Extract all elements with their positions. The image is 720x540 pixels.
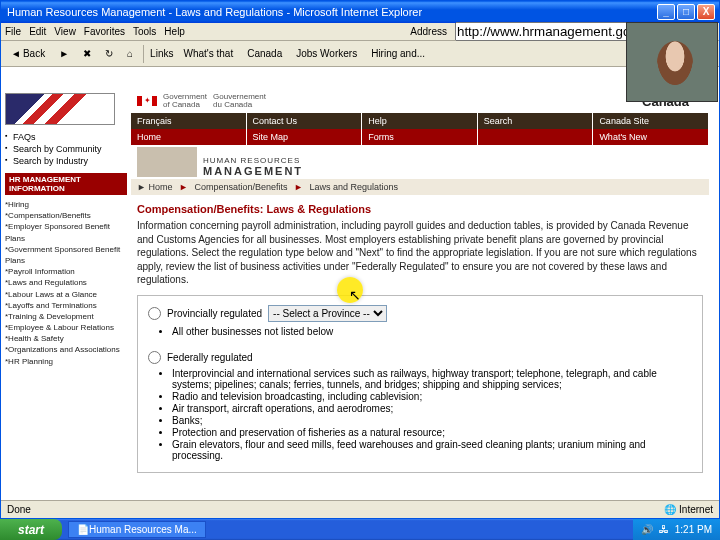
intro-text: Information concerning payroll administr… (131, 219, 709, 287)
forward-button[interactable]: ► (55, 47, 73, 60)
sidebar-item[interactable]: Search by Industry (5, 155, 127, 167)
sidebar-link[interactable]: *Organizations and Associations (5, 344, 127, 355)
links-label: Links (150, 48, 173, 59)
tray-icon[interactable]: 🔊 (641, 524, 653, 535)
topnav-item[interactable]: Forms (362, 129, 478, 145)
sidebar-header: HR MANAGEMENT INFORMATION (5, 173, 127, 195)
sidebar-link[interactable]: *HR Planning (5, 356, 127, 367)
topnav-item[interactable]: Contact Us (247, 113, 363, 129)
breadcrumb: ► Home ► Compensation/Benefits ► Laws an… (131, 179, 709, 195)
menu-favorites[interactable]: Favorites (84, 26, 125, 37)
federal-list-item: Grain elevators, flour and seed mills, f… (172, 439, 692, 461)
provincial-sub: All other businesses not listed below (172, 326, 692, 337)
status-bar: Done 🌐 Internet (1, 500, 719, 518)
top-nav-dark: FrançaisContact UsHelpSearchCanada Site (131, 113, 709, 129)
sidebar-link[interactable]: *Labour Laws at a Glance (5, 289, 127, 300)
province-select[interactable]: -- Select a Province -- (268, 305, 387, 322)
sidebar-link[interactable]: *Compensation/Benefits (5, 210, 127, 221)
link-whatsthat[interactable]: What's that (179, 47, 237, 60)
maximize-button[interactable]: □ (677, 4, 695, 20)
top-nav-red: HomeSite MapFormsWhat's New (131, 129, 709, 145)
topnav-item[interactable]: Site Map (247, 129, 363, 145)
sidebar-link[interactable]: *Training & Development (5, 311, 127, 322)
label-provincial: Provincially regulated (167, 308, 262, 319)
sidebar-link[interactable]: *Layoffs and Terminations (5, 300, 127, 311)
status-right: 🌐 Internet (664, 504, 713, 515)
options-box: Provincially regulated -- Select a Provi… (137, 295, 703, 473)
crumb-laws[interactable]: Laws and Regulations (309, 182, 398, 192)
federal-list-item: Air transport, aircraft operations, and … (172, 403, 692, 414)
system-tray[interactable]: 🔊 🖧 1:21 PM (633, 519, 720, 540)
banner: HUMAN RESOURCESMANAGEMENT (131, 145, 709, 179)
menu-edit[interactable]: Edit (29, 26, 46, 37)
sidebar-link[interactable]: *Government Sponsored Benefit Plans (5, 244, 127, 266)
federal-list-item: Banks; (172, 415, 692, 426)
sidebar-link[interactable]: *Employer Sponsored Benefit Plans (5, 221, 127, 243)
stop-button[interactable]: ✖ (79, 47, 95, 60)
menu-view[interactable]: View (54, 26, 76, 37)
window-title: Human Resources Management - Laws and Re… (5, 6, 655, 18)
browser-toolbar: ◄ Back ► ✖ ↻ ⌂ Links What's that Canada … (1, 41, 719, 67)
status-left: Done (7, 504, 31, 515)
crumb-home[interactable]: Home (148, 182, 172, 192)
address-label: Address (410, 26, 447, 37)
menu-help[interactable]: Help (164, 26, 185, 37)
gov-text-en: Government of Canada (163, 93, 207, 109)
taskbar-item[interactable]: 📄 Human Resources Ma... (68, 521, 206, 538)
gov-header: Government of Canada Gouvernement du Can… (131, 89, 709, 113)
page-title: Compensation/Benefits: Laws & Regulation… (131, 195, 709, 219)
taskbar: start 📄 Human Resources Ma... 🔊 🖧 1:21 P… (0, 519, 720, 540)
sidebar-link[interactable]: *Hiring (5, 199, 127, 210)
home-button[interactable]: ⌂ (123, 47, 137, 60)
federal-list-item: Interprovincial and international servic… (172, 368, 692, 390)
clock: 1:21 PM (675, 524, 712, 535)
menu-file[interactable]: File (5, 26, 21, 37)
sidebar-link[interactable]: *Employee & Labour Relations (5, 322, 127, 333)
topnav-item[interactable]: What's New (593, 129, 709, 145)
link-hiring[interactable]: Hiring and... (367, 47, 429, 60)
sidebar-link[interactable]: *Health & Safety (5, 333, 127, 344)
minimize-button[interactable]: _ (657, 4, 675, 20)
menu-tools[interactable]: Tools (133, 26, 156, 37)
link-jobs[interactable]: Jobs Workers (292, 47, 361, 60)
federal-list-item: Radio and television broadcasting, inclu… (172, 391, 692, 402)
topnav-item[interactable]: Search (478, 113, 594, 129)
flag-image (5, 93, 115, 125)
refresh-button[interactable]: ↻ (101, 47, 117, 60)
topnav-item[interactable]: Canada Site (593, 113, 709, 129)
back-button[interactable]: ◄ Back (7, 47, 49, 60)
topnav-item[interactable]: Home (131, 129, 247, 145)
menu-bar: File Edit View Favorites Tools Help Addr… (1, 23, 719, 41)
canada-flag-icon (137, 96, 157, 106)
gov-text-fr: Gouvernement du Canada (213, 93, 266, 109)
sidebar-item[interactable]: Search by Community (5, 143, 127, 155)
tray-icon[interactable]: 🖧 (659, 524, 669, 535)
sidebar-link[interactable]: *Laws and Regulations (5, 277, 127, 288)
radio-provincial[interactable] (148, 307, 161, 320)
close-button[interactable]: X (697, 4, 715, 20)
topnav-item[interactable] (478, 129, 594, 145)
banner-image (137, 147, 197, 177)
sidebar-item[interactable]: FAQs (5, 131, 127, 143)
crumb-comp[interactable]: Compensation/Benefits (194, 182, 287, 192)
webcam-overlay (626, 22, 718, 102)
window-titlebar: Human Resources Management - Laws and Re… (1, 1, 719, 23)
sidebar-link[interactable]: *Payroll Information (5, 266, 127, 277)
start-button[interactable]: start (0, 519, 62, 540)
left-sidebar: FAQsSearch by CommunitySearch by Industr… (1, 89, 131, 500)
page-content: FAQsSearch by CommunitySearch by Industr… (1, 89, 719, 500)
federal-list-item: Protection and preservation of fisheries… (172, 427, 692, 438)
radio-federal[interactable] (148, 351, 161, 364)
label-federal: Federally regulated (167, 352, 253, 363)
topnav-item[interactable]: Help (362, 113, 478, 129)
link-canada[interactable]: Canada (243, 47, 286, 60)
main-column: Government of Canada Gouvernement du Can… (131, 89, 719, 500)
topnav-item[interactable]: Français (131, 113, 247, 129)
